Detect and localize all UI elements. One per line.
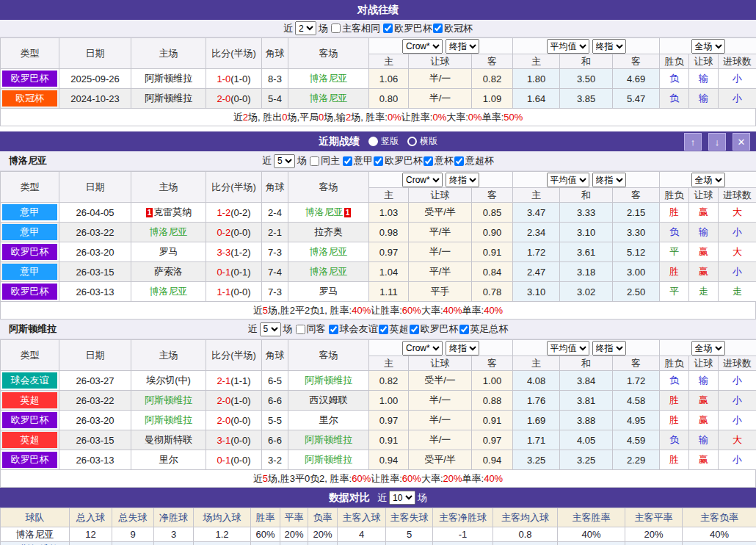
cell-result-goals: 小	[719, 262, 756, 282]
league-checkbox[interactable]	[424, 156, 433, 166]
cell-avg-draw: 3.61	[560, 242, 613, 262]
cell-away-team: 拉齐奥	[288, 223, 369, 242]
league-badge: 意甲	[2, 264, 57, 280]
bologna-count-select[interactable]: 5	[274, 154, 295, 168]
score: 2-0	[217, 93, 230, 104]
horizontal-radio[interactable]	[407, 137, 417, 146]
odds-stage-select[interactable]: 终指	[446, 173, 479, 187]
cell-score: 1-0(1-0)	[206, 69, 262, 89]
league-filter[interactable]: 英足总杯	[459, 322, 509, 336]
cell-avg-draw: 3.25	[560, 450, 613, 470]
league-checkbox[interactable]	[454, 156, 464, 166]
compare-count-select[interactable]: 10	[389, 491, 415, 505]
move-up-button[interactable]: ↑	[684, 133, 702, 151]
avg-stage-select[interactable]: 终指	[592, 341, 626, 355]
odds-provider-select[interactable]: Crow*	[402, 39, 443, 54]
scope-select[interactable]: 全场	[691, 39, 725, 54]
league-filter[interactable]: 意超杯	[454, 154, 494, 167]
league-filter[interactable]: 意甲	[342, 154, 373, 167]
col-wdl: 胜负	[660, 54, 689, 69]
compare-col-header: 球队	[1, 508, 70, 527]
same-away-filter[interactable]: 同客	[295, 322, 326, 336]
league-filter-label: 英超	[390, 322, 409, 336]
odds-provider-select[interactable]: Crow*	[402, 341, 443, 355]
cell-handicap: 受平/半	[409, 203, 472, 223]
league-checkbox[interactable]	[374, 156, 383, 166]
close-button[interactable]: ✕	[733, 133, 750, 151]
col-score: 比分(半场)	[206, 340, 262, 371]
cell-result-wdl: 胜	[660, 411, 689, 430]
league-filter-label: 欧罗巴杯	[421, 322, 459, 336]
cell-stat: 40%	[558, 527, 625, 542]
league-checkbox[interactable]	[459, 325, 469, 334]
cell-corner: 2-1	[262, 223, 288, 242]
cell-team: 阿斯顿维拉	[1, 542, 70, 545]
team-name: 博洛尼亚	[305, 206, 344, 217]
league-filter[interactable]: 英超	[378, 322, 409, 336]
compare-col-header: 总入球	[70, 508, 112, 527]
league-checkbox[interactable]	[433, 24, 443, 33]
cell-handicap: 半/一	[409, 391, 472, 411]
cell-date: 26-03-15	[59, 430, 131, 450]
cell-result-handicap: 赢	[689, 391, 719, 411]
avg-select[interactable]: 平均值	[547, 39, 589, 54]
villa-count-select[interactable]: 5	[260, 322, 281, 336]
cell-league: 英超	[1, 430, 59, 450]
summary-segment: 5	[263, 473, 268, 484]
vertical-radio[interactable]	[368, 137, 378, 146]
odds-group-header: Crow*终指	[369, 38, 513, 54]
team-name: 曼彻斯特联	[145, 434, 192, 445]
cell-avg-draw: 3.33	[560, 203, 613, 223]
league-checkbox[interactable]	[343, 156, 352, 166]
league-filter[interactable]: 欧罗巴杯	[373, 154, 423, 167]
cell-handicap: 半/一	[409, 69, 472, 89]
move-down-button[interactable]: ↓	[708, 133, 726, 151]
cell-date: 2025-09-26	[59, 69, 131, 89]
summary-segment: 近	[233, 111, 243, 124]
cell-avg-home: 4.08	[513, 371, 560, 391]
odds-stage-select[interactable]: 终指	[446, 341, 479, 355]
summary-segment: 场,胜2平2负1, 胜率:	[268, 304, 352, 317]
league-filter[interactable]: 欧冠杯	[432, 22, 473, 35]
avg-select[interactable]: 平均值	[547, 341, 589, 355]
avg-select[interactable]: 平均值	[547, 173, 589, 187]
same-venue-filter[interactable]: 主客相同	[330, 22, 380, 35]
cell-result-handicap: 输	[689, 371, 719, 391]
same-away-checkbox[interactable]	[296, 325, 305, 334]
avg-stage-select[interactable]: 终指	[592, 173, 626, 187]
cell-stat: 15	[112, 542, 154, 545]
league-filter[interactable]: 欧罗巴杯	[382, 22, 432, 35]
league-filter[interactable]: 球会友谊	[328, 322, 378, 336]
cell-handicap: 受半/一	[409, 371, 472, 391]
near-label: 近	[283, 22, 293, 35]
col-date: 日期	[59, 38, 131, 69]
summary-segment: 0%	[432, 112, 446, 123]
league-filter[interactable]: 欧罗巴杯	[409, 322, 459, 336]
scope-select[interactable]: 全场	[691, 341, 725, 355]
league-filter[interactable]: 意杯	[423, 154, 454, 167]
cell-home-team: 阿斯顿维拉	[131, 411, 206, 430]
compare-col-header: 主客平率	[625, 508, 683, 527]
league-badge: 欧罗巴杯	[2, 452, 57, 468]
league-checkbox[interactable]	[383, 24, 393, 33]
cell-odds-home: 0.91	[369, 430, 409, 450]
col-avg-home: 主	[513, 54, 560, 69]
odds-stage-select[interactable]: 终指	[446, 39, 479, 54]
scope-select[interactable]: 全场	[691, 173, 725, 187]
cell-result-handicap: 赢	[689, 262, 719, 282]
league-badge: 英超	[2, 392, 57, 408]
same-venue-checkbox[interactable]	[331, 24, 341, 33]
league-checkbox[interactable]	[329, 325, 338, 334]
match-row: 意甲26-03-22博洛尼亚0-2(0-0)2-1拉齐奥0.98平/半0.902…	[1, 223, 756, 242]
team-name: 阿斯顿维拉	[145, 414, 192, 425]
league-checkbox[interactable]	[379, 325, 388, 334]
avg-stage-select[interactable]: 终指	[592, 39, 626, 54]
league-checkbox[interactable]	[410, 325, 419, 334]
same-home-checkbox[interactable]	[310, 156, 319, 166]
cell-away-team: 博洛尼亚	[288, 242, 369, 262]
compare-col-header: 主客入球	[338, 508, 386, 527]
same-home-filter[interactable]: 同主	[309, 154, 340, 167]
cell-stat: 20%	[280, 527, 308, 542]
h2h-count-select[interactable]: 2	[295, 21, 316, 35]
odds-provider-select[interactable]: Crow*	[402, 173, 443, 187]
